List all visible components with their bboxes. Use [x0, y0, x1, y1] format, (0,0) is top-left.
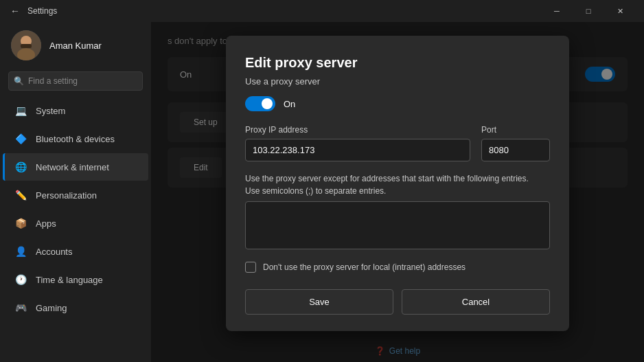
close-icon: ✕: [617, 7, 623, 16]
apps-icon: 📦: [14, 216, 27, 230]
cancel-button[interactable]: Cancel: [402, 289, 550, 315]
avatar: [11, 30, 41, 60]
port-label: Port: [481, 125, 550, 135]
exceptions-label: Use the proxy server except for addresse…: [245, 172, 550, 197]
accounts-icon: 👤: [14, 245, 27, 258]
sidebar-item-label: Apps: [36, 218, 56, 229]
dialog-subtitle: Use a proxy server: [245, 76, 550, 87]
dialog-toggle-row: On: [245, 96, 550, 111]
search-container: 🔍: [8, 71, 143, 91]
save-button[interactable]: Save: [245, 289, 393, 315]
main-layout: Aman Kumar 🔍 💻 System 🔷 Bluetooth & devi…: [0, 22, 644, 362]
sidebar: Aman Kumar 🔍 💻 System 🔷 Bluetooth & devi…: [0, 22, 151, 362]
ip-label: Proxy IP address: [245, 125, 470, 135]
sidebar-item-label: Network & internet: [36, 162, 109, 172]
network-icon: 🌐: [14, 160, 27, 174]
time-icon: 🕐: [14, 273, 27, 286]
checkbox-label: Don't use the proxy server for local (in…: [263, 262, 465, 272]
personalization-icon: ✏️: [14, 188, 27, 202]
bluetooth-icon: 🔷: [14, 132, 27, 146]
sidebar-nav: 💻 System 🔷 Bluetooth & devices 🌐 Network…: [0, 96, 151, 357]
dialog-overlay: Edit proxy server Use a proxy server On …: [151, 22, 644, 362]
maximize-button[interactable]: □: [573, 0, 604, 22]
proxy-ip-input[interactable]: [245, 139, 470, 161]
system-icon: 💻: [14, 104, 27, 117]
port-input[interactable]: [481, 139, 550, 161]
sidebar-item-personalization[interactable]: ✏️ Personalization: [3, 181, 148, 209]
sidebar-item-bluetooth[interactable]: 🔷 Bluetooth & devices: [3, 125, 148, 152]
edit-proxy-dialog: Edit proxy server Use a proxy server On …: [226, 36, 569, 331]
close-button[interactable]: ✕: [604, 0, 636, 22]
sidebar-item-accounts[interactable]: 👤 Accounts: [3, 238, 148, 265]
sidebar-item-label: Bluetooth & devices: [36, 134, 115, 144]
dialog-buttons: Save Cancel: [245, 289, 550, 315]
port-field-group: Port: [481, 125, 550, 161]
sidebar-item-network[interactable]: 🌐 Network & internet: [3, 153, 148, 181]
dialog-title: Edit proxy server: [245, 55, 550, 71]
use-proxy-toggle[interactable]: [245, 96, 275, 111]
local-addresses-checkbox[interactable]: [245, 262, 256, 273]
back-button[interactable]: ←: [8, 4, 22, 18]
maximize-icon: □: [586, 7, 591, 15]
svg-rect-3: [21, 44, 32, 48]
search-icon: 🔍: [14, 76, 24, 86]
sidebar-item-gaming[interactable]: 🎮 Gaming: [3, 294, 148, 321]
dialog-toggle-label: On: [284, 99, 295, 109]
minimize-button[interactable]: ─: [541, 0, 573, 22]
content-area: s don't apply to VPN On Set up Edit Edit…: [151, 22, 644, 362]
titlebar: ← Settings ─ □ ✕: [0, 0, 644, 22]
sidebar-item-apps[interactable]: 📦 Apps: [3, 210, 148, 237]
sidebar-item-system[interactable]: 💻 System: [3, 97, 148, 124]
exceptions-input[interactable]: [245, 201, 550, 249]
sidebar-item-time[interactable]: 🕐 Time & language: [3, 266, 148, 293]
sidebar-item-label: Personalization: [36, 190, 97, 201]
minimize-icon: ─: [554, 7, 560, 15]
username: Aman Kumar: [49, 41, 102, 51]
app-title: Settings: [27, 6, 541, 16]
sidebar-item-label: System: [36, 106, 65, 116]
sidebar-item-label: Accounts: [36, 247, 72, 257]
sidebar-item-label: Time & language: [36, 275, 103, 285]
user-profile[interactable]: Aman Kumar: [0, 22, 151, 69]
sidebar-item-label: Gaming: [36, 303, 67, 313]
dialog-fields: Proxy IP address Port: [245, 125, 550, 161]
gaming-icon: 🎮: [14, 301, 27, 315]
search-input[interactable]: [8, 71, 143, 91]
window-controls: ─ □ ✕: [541, 0, 636, 22]
ip-field-group: Proxy IP address: [245, 125, 470, 161]
checkbox-row: Don't use the proxy server for local (in…: [245, 262, 550, 273]
